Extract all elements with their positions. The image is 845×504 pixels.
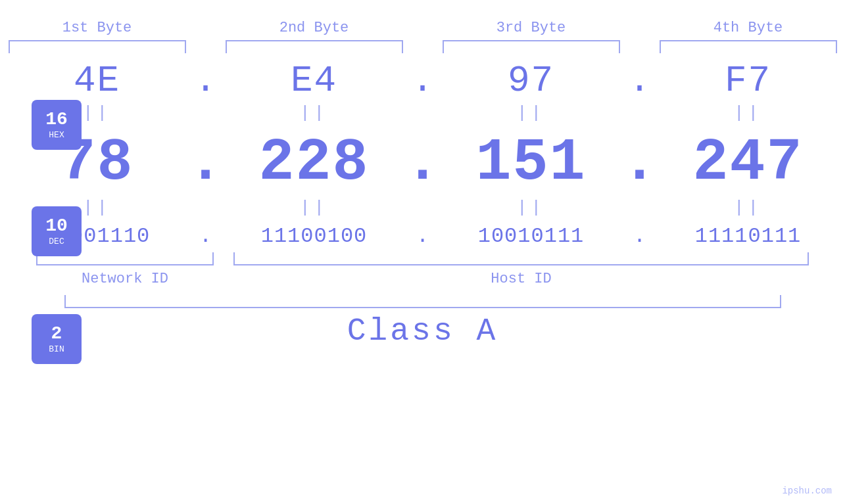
equals-3: || [443,103,620,123]
host-bracket [233,252,809,265]
hex-value-4: F7 [660,60,837,102]
class-label-row: Class A [0,313,845,349]
class-bracket [64,295,781,308]
hex-dot-1: . [186,60,226,102]
bin-value-2: 11100100 [226,224,403,248]
dec-badge-num: 10 [45,217,68,235]
main-container: 16 HEX 10 DEC 2 BIN 1st Byte 2nd Byte 3r… [0,0,845,504]
hex-row: 4E . E4 . 97 . F7 [0,60,845,102]
dec-badge: 10 DEC [32,206,82,256]
equals-row-1: || || || || [0,103,845,123]
byte-header-2: 2nd Byte [226,20,403,36]
hex-badge: 16 HEX [32,100,82,150]
hex-badge-num: 16 [45,110,68,129]
byte-header-4: 4th Byte [660,20,837,36]
hex-value-3: 97 [443,60,620,102]
bin-badge-label: BIN [49,344,64,354]
bin-row: 01001110 . 11100100 . 10010111 . 1111011… [0,224,845,248]
dec-dot-2: . [403,129,443,196]
equals-2: || [226,103,403,123]
hex-value-2: E4 [226,60,403,102]
dec-value-4: 247 [660,129,837,196]
bottom-brackets-row [0,252,845,265]
top-bracket-4 [660,40,837,53]
equals-7: || [443,198,620,218]
dec-badge-label: DEC [49,237,64,246]
equals-row-2: || || || || [0,198,845,218]
top-brackets-row [0,40,845,53]
bin-dot-3: . [620,224,660,248]
hex-value-1: 4E [9,60,186,102]
hex-dot-3: . [620,60,660,102]
host-id-label: Host ID [233,271,809,287]
bin-dot-2: . [403,224,443,248]
dec-dot-3: . [620,129,660,196]
watermark: ipshu.com [782,486,832,496]
bin-badge: 2 BIN [32,314,82,364]
dec-value-2: 228 [226,129,403,196]
top-bracket-3 [443,40,620,53]
bin-value-4: 11110111 [660,224,837,248]
equals-8: || [660,198,837,218]
hex-dot-2: . [403,60,443,102]
byte-header-1: 1st Byte [9,20,186,36]
class-a-label: Class A [347,313,498,349]
dec-dot-1: . [186,129,226,196]
hex-badge-label: HEX [49,130,64,140]
bin-value-3: 10010111 [443,224,620,248]
byte-header-3: 3rd Byte [443,20,620,36]
equals-4: || [660,103,837,123]
network-id-label: Network ID [36,271,214,287]
dec-row: 78 . 228 . 151 . 247 [0,129,845,196]
id-labels-row: Network ID Host ID [0,271,845,287]
class-bracket-row [0,295,845,308]
equals-6: || [226,198,403,218]
top-bracket-2 [226,40,403,53]
top-bracket-1 [9,40,186,53]
byte-headers-row: 1st Byte 2nd Byte 3rd Byte 4th Byte [0,20,845,36]
bin-badge-num: 2 [51,325,62,343]
dec-value-3: 151 [443,129,620,196]
bin-dot-1: . [186,224,226,248]
